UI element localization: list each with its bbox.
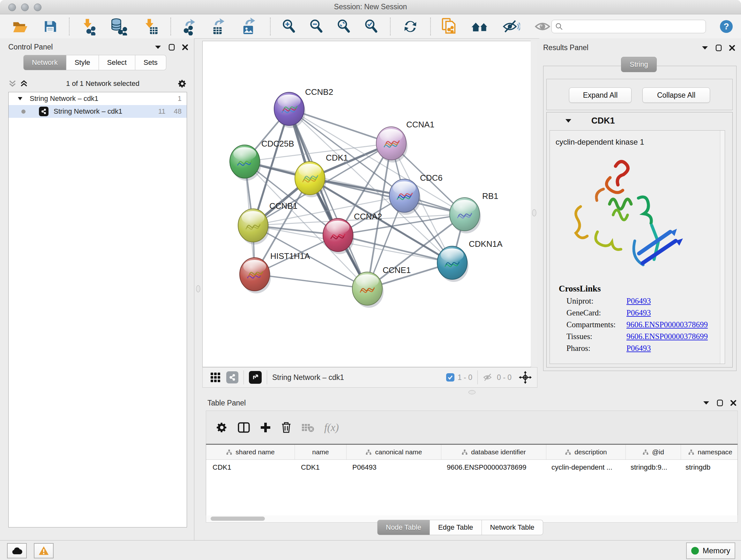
warnings-button[interactable] bbox=[34, 543, 54, 558]
horizontal-splitter-handle[interactable] bbox=[468, 390, 475, 394]
zoom-fit-icon[interactable] bbox=[336, 18, 352, 35]
crosslink-link[interactable]: P06493 bbox=[626, 344, 651, 353]
create-column-icon[interactable] bbox=[260, 422, 271, 433]
node-HIST1H1A[interactable]: HIST1H1A bbox=[240, 251, 310, 294]
node-CCNB1[interactable]: CCNB1 bbox=[238, 201, 297, 245]
hide-selected-icon[interactable] bbox=[502, 18, 520, 35]
crosslink-link[interactable]: 9606.ENSP00000378699 bbox=[626, 320, 708, 329]
table-cell[interactable]: cyclin-dependent ... bbox=[545, 460, 624, 475]
delete-table-icon[interactable] bbox=[301, 422, 315, 433]
edge-hist1h1a-ccne1[interactable] bbox=[255, 274, 367, 289]
network-canvas[interactable]: CCNB2CCNA1CDC25BCDK1CDC6RB1CCNB1CCNA2CDK… bbox=[202, 41, 531, 367]
show-all-icon[interactable] bbox=[534, 18, 551, 35]
save-session-icon[interactable] bbox=[42, 18, 58, 35]
column-header--id[interactable]: @id bbox=[626, 445, 681, 459]
column-header-namespace[interactable]: namespace bbox=[681, 445, 738, 459]
export-network-icon[interactable] bbox=[181, 18, 199, 35]
tab-network[interactable]: Network bbox=[23, 55, 66, 70]
tab-style[interactable]: Style bbox=[66, 55, 99, 70]
selected-nodes-checkbox-icon[interactable] bbox=[446, 373, 455, 381]
cloud-status-button[interactable] bbox=[7, 543, 27, 558]
table-cell[interactable]: 9606.ENSP00000378699 bbox=[441, 460, 545, 475]
help-icon[interactable]: ? bbox=[719, 18, 734, 35]
detach-view-icon[interactable] bbox=[249, 371, 262, 384]
export-table-icon[interactable] bbox=[211, 18, 228, 35]
tab-network-table[interactable]: Network Table bbox=[482, 520, 543, 535]
tab-sets[interactable]: Sets bbox=[135, 55, 166, 70]
panel-menu-icon[interactable] bbox=[703, 401, 710, 405]
float-panel-icon[interactable] bbox=[716, 44, 722, 51]
copy-document-icon[interactable] bbox=[441, 18, 458, 35]
string-network-graph[interactable]: CCNB2CCNA1CDC25BCDK1CDC6RB1CCNB1CCNA2CDK… bbox=[203, 41, 531, 367]
column-header-database-identifier[interactable]: database identifier bbox=[441, 445, 546, 459]
table-header-row[interactable]: shared namenamecanonical namedatabase id… bbox=[206, 445, 738, 460]
crosslink-link[interactable]: 9606.ENSP00000378699 bbox=[626, 332, 708, 341]
results-splitter-handle[interactable] bbox=[532, 209, 536, 216]
function-builder-icon[interactable]: f(x) bbox=[324, 422, 339, 434]
collapse-all-button[interactable]: Collapse All bbox=[643, 87, 710, 103]
string-home-icon[interactable] bbox=[470, 18, 490, 35]
node-CCNE1[interactable]: CCNE1 bbox=[352, 265, 411, 308]
pan-crosshair-icon[interactable] bbox=[519, 371, 532, 384]
node-RB1[interactable]: RB1 bbox=[450, 191, 498, 233]
zoom-selected-icon[interactable] bbox=[363, 18, 379, 35]
string-view-icon[interactable] bbox=[226, 371, 239, 383]
import-network-database-icon[interactable] bbox=[109, 18, 129, 35]
section-expander-icon[interactable] bbox=[565, 119, 571, 123]
node-CDC6[interactable]: CDC6 bbox=[389, 173, 443, 215]
tab-edge-table[interactable]: Edge Table bbox=[430, 520, 482, 535]
node-CCNB2[interactable]: CCNB2 bbox=[274, 87, 333, 128]
gene-section-header[interactable]: CDK1 bbox=[547, 112, 732, 129]
table-cell[interactable]: P06493 bbox=[346, 460, 441, 475]
vertical-splitter-handle[interactable] bbox=[196, 286, 200, 293]
close-panel-icon[interactable] bbox=[182, 44, 188, 51]
collapse-all-icon[interactable] bbox=[8, 79, 17, 88]
scrollbar-thumb[interactable] bbox=[211, 516, 265, 521]
expand-all-button[interactable]: Expand All bbox=[569, 87, 631, 103]
import-table-icon[interactable] bbox=[142, 18, 159, 35]
zoom-out-icon[interactable] bbox=[308, 18, 324, 35]
table-options-gear-icon[interactable] bbox=[216, 422, 228, 434]
refresh-icon[interactable] bbox=[402, 18, 419, 35]
crosslink-link[interactable]: P06493 bbox=[626, 308, 651, 317]
tree-expander-icon[interactable] bbox=[17, 97, 23, 101]
table-cell[interactable]: CDK1 bbox=[294, 460, 346, 475]
tab-select[interactable]: Select bbox=[99, 55, 135, 70]
import-network-file-icon[interactable] bbox=[79, 18, 97, 35]
close-panel-icon[interactable] bbox=[730, 400, 737, 406]
column-header-name[interactable]: name bbox=[295, 445, 347, 459]
table-body[interactable]: CDK1CDK1P064939606.ENSP00000378699cyclin… bbox=[206, 460, 738, 475]
search-input[interactable] bbox=[563, 21, 702, 32]
node-CDK1[interactable]: CDK1 bbox=[295, 153, 348, 197]
crosslink-link[interactable]: P06493 bbox=[626, 297, 651, 306]
tab-string-results[interactable]: String bbox=[621, 57, 657, 72]
memory-button[interactable]: Memory bbox=[686, 543, 735, 559]
tab-node-table[interactable]: Node Table bbox=[377, 520, 430, 535]
table-cell[interactable]: stringdb:9... bbox=[624, 460, 679, 475]
float-panel-icon[interactable] bbox=[169, 44, 175, 51]
table-row[interactable]: CDK1CDK1P064939606.ENSP00000378699cyclin… bbox=[206, 460, 738, 475]
gene-card-scrollbar[interactable] bbox=[720, 131, 725, 364]
column-header-canonical-name[interactable]: canonical name bbox=[347, 445, 441, 459]
column-header-shared-name[interactable]: shared name bbox=[206, 445, 295, 459]
expand-all-icon[interactable] bbox=[20, 79, 28, 88]
delete-column-icon[interactable] bbox=[281, 422, 292, 434]
table-cell[interactable]: stringdb bbox=[679, 460, 738, 475]
network-collection-row[interactable]: String Network – cdk1 1 bbox=[9, 92, 187, 105]
float-panel-icon[interactable] bbox=[717, 399, 723, 407]
close-panel-icon[interactable] bbox=[729, 45, 735, 51]
column-header-description[interactable]: description bbox=[546, 445, 626, 459]
open-session-icon[interactable] bbox=[11, 18, 29, 35]
network-options-gear-icon[interactable] bbox=[178, 79, 187, 88]
panel-menu-icon[interactable] bbox=[154, 45, 161, 50]
show-columns-icon[interactable] bbox=[238, 422, 250, 434]
grid-view-icon[interactable] bbox=[210, 372, 221, 383]
edge-ccnb2-rb1[interactable] bbox=[289, 109, 465, 214]
node-CDKN1A[interactable]: CDKN1A bbox=[437, 239, 502, 282]
zoom-in-icon[interactable] bbox=[281, 18, 297, 35]
export-image-icon[interactable] bbox=[241, 18, 258, 35]
edge-ccnb2-ccne1[interactable] bbox=[289, 109, 367, 289]
table-cell[interactable]: CDK1 bbox=[206, 460, 294, 475]
network-row[interactable]: String Network – cdk1 11 48 bbox=[9, 105, 187, 118]
panel-menu-icon[interactable] bbox=[701, 46, 709, 50]
